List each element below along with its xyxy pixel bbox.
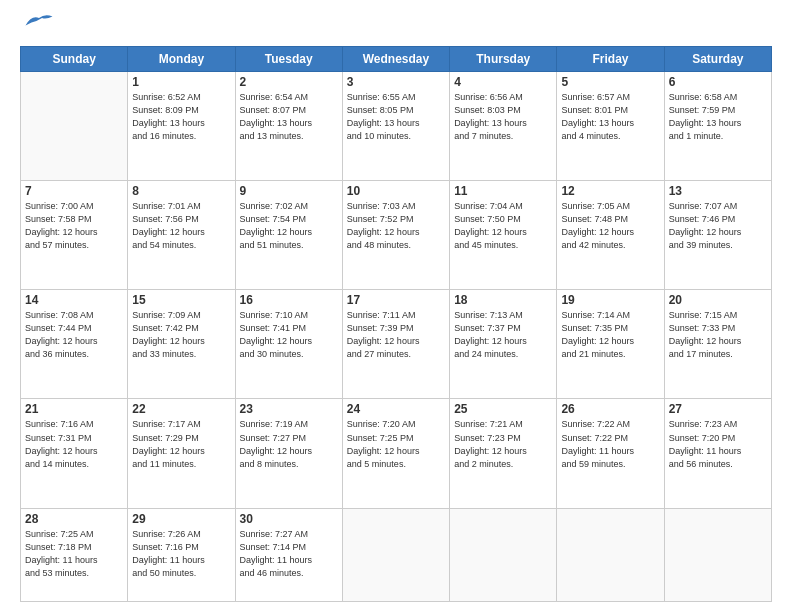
calendar-header-row: SundayMondayTuesdayWednesdayThursdayFrid… [21, 46, 772, 71]
day-number: 9 [240, 184, 338, 198]
calendar-header-sunday: Sunday [21, 46, 128, 71]
cell-info: Sunrise: 7:04 AMSunset: 7:50 PMDaylight:… [454, 200, 552, 252]
calendar-table: SundayMondayTuesdayWednesdayThursdayFrid… [20, 46, 772, 602]
cell-info: Sunrise: 7:01 AMSunset: 7:56 PMDaylight:… [132, 200, 230, 252]
calendar-header-friday: Friday [557, 46, 664, 71]
calendar-cell: 21Sunrise: 7:16 AMSunset: 7:31 PMDayligh… [21, 399, 128, 508]
day-number: 12 [561, 184, 659, 198]
calendar-week-4: 28Sunrise: 7:25 AMSunset: 7:18 PMDayligh… [21, 508, 772, 601]
calendar-header-thursday: Thursday [450, 46, 557, 71]
calendar-cell: 11Sunrise: 7:04 AMSunset: 7:50 PMDayligh… [450, 181, 557, 290]
day-number: 22 [132, 402, 230, 416]
day-number: 23 [240, 402, 338, 416]
calendar-cell: 17Sunrise: 7:11 AMSunset: 7:39 PMDayligh… [342, 290, 449, 399]
day-number: 14 [25, 293, 123, 307]
cell-info: Sunrise: 6:55 AMSunset: 8:05 PMDaylight:… [347, 91, 445, 143]
cell-info: Sunrise: 7:19 AMSunset: 7:27 PMDaylight:… [240, 418, 338, 470]
day-number: 29 [132, 512, 230, 526]
day-number: 10 [347, 184, 445, 198]
day-number: 15 [132, 293, 230, 307]
calendar-cell: 9Sunrise: 7:02 AMSunset: 7:54 PMDaylight… [235, 181, 342, 290]
cell-info: Sunrise: 7:07 AMSunset: 7:46 PMDaylight:… [669, 200, 767, 252]
calendar-week-2: 14Sunrise: 7:08 AMSunset: 7:44 PMDayligh… [21, 290, 772, 399]
header [20, 16, 772, 36]
calendar-cell: 2Sunrise: 6:54 AMSunset: 8:07 PMDaylight… [235, 71, 342, 180]
day-number: 18 [454, 293, 552, 307]
calendar-cell: 3Sunrise: 6:55 AMSunset: 8:05 PMDaylight… [342, 71, 449, 180]
calendar-cell: 6Sunrise: 6:58 AMSunset: 7:59 PMDaylight… [664, 71, 771, 180]
day-number: 30 [240, 512, 338, 526]
calendar-cell: 15Sunrise: 7:09 AMSunset: 7:42 PMDayligh… [128, 290, 235, 399]
calendar-cell: 22Sunrise: 7:17 AMSunset: 7:29 PMDayligh… [128, 399, 235, 508]
cell-info: Sunrise: 7:11 AMSunset: 7:39 PMDaylight:… [347, 309, 445, 361]
calendar-cell: 16Sunrise: 7:10 AMSunset: 7:41 PMDayligh… [235, 290, 342, 399]
day-number: 19 [561, 293, 659, 307]
cell-info: Sunrise: 7:02 AMSunset: 7:54 PMDaylight:… [240, 200, 338, 252]
calendar-cell [450, 508, 557, 601]
calendar-cell: 12Sunrise: 7:05 AMSunset: 7:48 PMDayligh… [557, 181, 664, 290]
calendar-cell: 5Sunrise: 6:57 AMSunset: 8:01 PMDaylight… [557, 71, 664, 180]
cell-info: Sunrise: 7:13 AMSunset: 7:37 PMDaylight:… [454, 309, 552, 361]
day-number: 28 [25, 512, 123, 526]
calendar-cell: 24Sunrise: 7:20 AMSunset: 7:25 PMDayligh… [342, 399, 449, 508]
calendar-cell [342, 508, 449, 601]
calendar-week-0: 1Sunrise: 6:52 AMSunset: 8:09 PMDaylight… [21, 71, 772, 180]
calendar-cell: 7Sunrise: 7:00 AMSunset: 7:58 PMDaylight… [21, 181, 128, 290]
calendar-cell: 8Sunrise: 7:01 AMSunset: 7:56 PMDaylight… [128, 181, 235, 290]
calendar-cell: 29Sunrise: 7:26 AMSunset: 7:16 PMDayligh… [128, 508, 235, 601]
calendar-header-tuesday: Tuesday [235, 46, 342, 71]
cell-info: Sunrise: 7:15 AMSunset: 7:33 PMDaylight:… [669, 309, 767, 361]
calendar-cell: 10Sunrise: 7:03 AMSunset: 7:52 PMDayligh… [342, 181, 449, 290]
cell-info: Sunrise: 7:26 AMSunset: 7:16 PMDaylight:… [132, 528, 230, 580]
calendar-cell [21, 71, 128, 180]
logo-bird-icon [24, 12, 54, 30]
day-number: 3 [347, 75, 445, 89]
cell-info: Sunrise: 7:09 AMSunset: 7:42 PMDaylight:… [132, 309, 230, 361]
cell-info: Sunrise: 6:57 AMSunset: 8:01 PMDaylight:… [561, 91, 659, 143]
cell-info: Sunrise: 7:21 AMSunset: 7:23 PMDaylight:… [454, 418, 552, 470]
calendar-cell: 20Sunrise: 7:15 AMSunset: 7:33 PMDayligh… [664, 290, 771, 399]
calendar-cell: 25Sunrise: 7:21 AMSunset: 7:23 PMDayligh… [450, 399, 557, 508]
calendar-cell: 4Sunrise: 6:56 AMSunset: 8:03 PMDaylight… [450, 71, 557, 180]
calendar-cell: 26Sunrise: 7:22 AMSunset: 7:22 PMDayligh… [557, 399, 664, 508]
cell-info: Sunrise: 7:27 AMSunset: 7:14 PMDaylight:… [240, 528, 338, 580]
cell-info: Sunrise: 6:52 AMSunset: 8:09 PMDaylight:… [132, 91, 230, 143]
calendar-cell: 13Sunrise: 7:07 AMSunset: 7:46 PMDayligh… [664, 181, 771, 290]
cell-info: Sunrise: 6:56 AMSunset: 8:03 PMDaylight:… [454, 91, 552, 143]
day-number: 16 [240, 293, 338, 307]
day-number: 1 [132, 75, 230, 89]
calendar-header-wednesday: Wednesday [342, 46, 449, 71]
calendar-cell: 19Sunrise: 7:14 AMSunset: 7:35 PMDayligh… [557, 290, 664, 399]
calendar-cell: 18Sunrise: 7:13 AMSunset: 7:37 PMDayligh… [450, 290, 557, 399]
calendar-cell: 1Sunrise: 6:52 AMSunset: 8:09 PMDaylight… [128, 71, 235, 180]
day-number: 2 [240, 75, 338, 89]
calendar-header-monday: Monday [128, 46, 235, 71]
calendar-header-saturday: Saturday [664, 46, 771, 71]
cell-info: Sunrise: 7:17 AMSunset: 7:29 PMDaylight:… [132, 418, 230, 470]
calendar-cell: 28Sunrise: 7:25 AMSunset: 7:18 PMDayligh… [21, 508, 128, 601]
calendar-cell: 14Sunrise: 7:08 AMSunset: 7:44 PMDayligh… [21, 290, 128, 399]
cell-info: Sunrise: 7:05 AMSunset: 7:48 PMDaylight:… [561, 200, 659, 252]
calendar-cell [557, 508, 664, 601]
cell-info: Sunrise: 6:54 AMSunset: 8:07 PMDaylight:… [240, 91, 338, 143]
day-number: 5 [561, 75, 659, 89]
calendar-week-3: 21Sunrise: 7:16 AMSunset: 7:31 PMDayligh… [21, 399, 772, 508]
day-number: 27 [669, 402, 767, 416]
calendar-week-1: 7Sunrise: 7:00 AMSunset: 7:58 PMDaylight… [21, 181, 772, 290]
day-number: 20 [669, 293, 767, 307]
calendar-cell: 27Sunrise: 7:23 AMSunset: 7:20 PMDayligh… [664, 399, 771, 508]
cell-info: Sunrise: 7:14 AMSunset: 7:35 PMDaylight:… [561, 309, 659, 361]
cell-info: Sunrise: 7:25 AMSunset: 7:18 PMDaylight:… [25, 528, 123, 580]
cell-info: Sunrise: 7:08 AMSunset: 7:44 PMDaylight:… [25, 309, 123, 361]
day-number: 11 [454, 184, 552, 198]
cell-info: Sunrise: 7:20 AMSunset: 7:25 PMDaylight:… [347, 418, 445, 470]
day-number: 6 [669, 75, 767, 89]
cell-info: Sunrise: 7:03 AMSunset: 7:52 PMDaylight:… [347, 200, 445, 252]
cell-info: Sunrise: 7:00 AMSunset: 7:58 PMDaylight:… [25, 200, 123, 252]
calendar-cell [664, 508, 771, 601]
day-number: 21 [25, 402, 123, 416]
cell-info: Sunrise: 7:10 AMSunset: 7:41 PMDaylight:… [240, 309, 338, 361]
calendar-cell: 30Sunrise: 7:27 AMSunset: 7:14 PMDayligh… [235, 508, 342, 601]
day-number: 17 [347, 293, 445, 307]
day-number: 7 [25, 184, 123, 198]
